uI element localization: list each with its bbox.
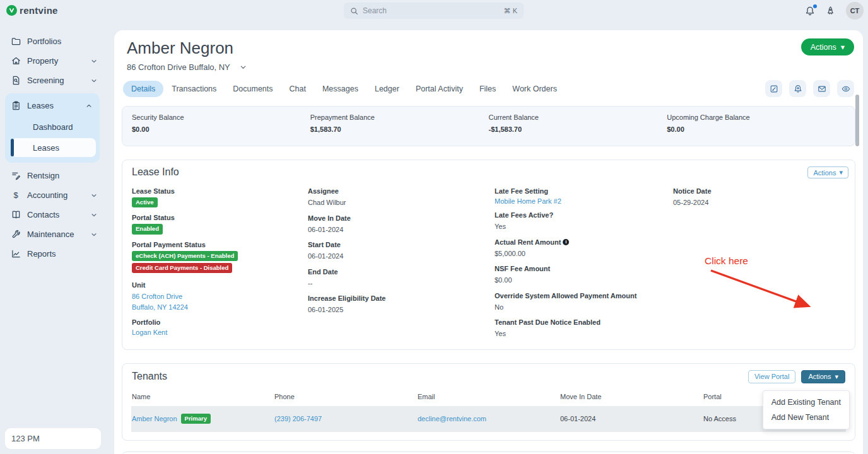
tab-ledger[interactable]: Ledger	[367, 81, 408, 97]
sidebar-subitem-label: Leases	[33, 143, 59, 153]
field-label: Increase Eligibility Date	[308, 294, 495, 302]
field-value: Yes	[495, 329, 673, 339]
late-fee-setting-link[interactable]: Mobile Home Park #2	[495, 197, 561, 205]
field-value: Chad Wilbur	[308, 197, 495, 208]
sidebar-item-label: Leases	[27, 101, 54, 110]
caret-down-icon: ▾	[839, 168, 843, 177]
balance-item: Current Balance -$1,583.70	[489, 114, 667, 133]
sidebar-item-contacts[interactable]: Contacts	[0, 205, 105, 224]
main-content: Amber Negron Actions ▾ 86 Crofton Drive …	[114, 30, 863, 454]
chevron-down-icon[interactable]	[240, 64, 247, 71]
field-label: Late Fees Active?	[495, 211, 673, 219]
sidebar-item-reports[interactable]: Reports	[0, 244, 105, 264]
tab-portal-activity[interactable]: Portal Activity	[408, 81, 471, 97]
rentvine-logo[interactable]: rentvine	[6, 5, 58, 16]
tenants-title: Tenants	[132, 371, 167, 382]
sidebar-item-portfolios[interactable]: Portfolios	[0, 32, 105, 51]
notifications-bell-icon[interactable]	[805, 6, 815, 16]
balance-label: Security Balance	[132, 114, 310, 121]
page-title: Amber Negron	[127, 38, 233, 58]
field-value: $0.00	[495, 275, 673, 286]
info-icon[interactable]: i	[563, 239, 569, 245]
tenants-table-header: Name Phone Email Move In Date Portal	[122, 383, 855, 406]
field-label: Override System Allowed Payment Amount	[495, 292, 673, 300]
portfolio-link[interactable]: Logan Kent	[132, 329, 167, 336]
sidebar-item-dashboard[interactable]: Dashboard	[11, 117, 96, 136]
status-badge: Credit Card Payments - Disabled	[132, 263, 232, 273]
tenant-phone-link[interactable]: (239) 206-7497	[274, 415, 418, 422]
column-header: Name	[132, 393, 274, 400]
tab-files[interactable]: Files	[471, 81, 504, 97]
tenant-row[interactable]: Amber Negron Primary (239) 206-7497 decl…	[131, 406, 846, 432]
balance-value: $0.00	[132, 125, 310, 133]
balance-value: -$1,583.70	[489, 125, 667, 133]
property-address[interactable]: 86 Crofton Drive Buffalo, NY	[127, 62, 855, 72]
signature-icon	[11, 171, 21, 180]
sidebar: Portfolios Property Screening Leases Das…	[0, 21, 105, 454]
field-value: 06-01-2024	[308, 224, 495, 235]
search-shortcut: ⌘ K	[504, 7, 517, 15]
note-edit-button[interactable]	[765, 80, 782, 97]
field-label: Portfolio	[132, 318, 308, 326]
field-label: Actual Rent Amount	[495, 238, 561, 246]
menu-item-add-existing-tenant[interactable]: Add Existing Tenant	[763, 395, 849, 410]
status-badge: Active	[132, 197, 158, 207]
tab-details[interactable]: Details	[123, 81, 163, 97]
tab-messages[interactable]: Messages	[314, 81, 367, 97]
global-search[interactable]: ⌘ K	[344, 3, 524, 19]
view-portal-button[interactable]: View Portal	[748, 370, 795, 383]
field-value: --	[308, 278, 495, 289]
sidebar-item-label: Property	[27, 56, 58, 66]
tenant-name-link[interactable]: Amber Negron	[132, 415, 177, 422]
sidebar-item-label: Accounting	[27, 190, 67, 200]
column-header: Email	[418, 393, 560, 400]
sidebar-item-leases[interactable]: Leases	[5, 96, 100, 115]
field-value: $5,000.00	[495, 248, 673, 259]
sidebar-item-accounting[interactable]: $ Accounting	[0, 185, 105, 205]
chevron-down-icon	[91, 58, 97, 64]
folder-icon	[11, 37, 21, 46]
page-actions-button[interactable]: Actions ▾	[801, 38, 854, 55]
menu-item-add-new-tenant[interactable]: Add New Tenant	[763, 410, 849, 425]
sidebar-item-label: Maintenance	[27, 230, 74, 239]
dollar-icon: $	[11, 190, 21, 200]
home-icon	[11, 56, 21, 66]
tenant-email-link[interactable]: decline@rentvine.com	[418, 415, 560, 422]
sidebar-item-rentsign[interactable]: Rentsign	[0, 166, 105, 185]
field-label: NSF Fee Amount	[495, 265, 673, 272]
field-value: Yes	[495, 221, 673, 232]
sidebar-item-screening[interactable]: Screening	[0, 71, 105, 90]
sidebar-footer-clock: 123 PM	[5, 428, 101, 449]
tenants-section: Tenants View Portal Actions ▾ Add Existi…	[122, 363, 855, 441]
tab-transactions[interactable]: Transactions	[163, 81, 225, 97]
rentvine-logo-icon	[6, 5, 17, 16]
balance-label: Upcoming Charge Balance	[667, 114, 845, 121]
bell-plus-button[interactable]	[789, 80, 806, 97]
actions-label: Actions	[813, 169, 836, 177]
balance-label: Current Balance	[489, 114, 667, 121]
rocket-icon[interactable]	[826, 6, 835, 16]
tenants-actions-button[interactable]: Actions ▾	[801, 370, 845, 383]
unit-link[interactable]: Buffalo, NY 14224	[132, 303, 188, 311]
vertical-scrollbar[interactable]	[855, 95, 859, 146]
notification-dot	[813, 4, 817, 8]
sidebar-item-leases-sub[interactable]: Leases	[11, 138, 96, 157]
tab-documents[interactable]: Documents	[225, 81, 281, 97]
field-label: Notice Date	[673, 187, 845, 195]
lease-info-actions-button[interactable]: Actions ▾	[807, 166, 848, 178]
sidebar-item-property[interactable]: Property	[0, 51, 105, 71]
search-input[interactable]	[363, 6, 500, 15]
tab-work-orders[interactable]: Work Orders	[504, 81, 565, 97]
tab-chat[interactable]: Chat	[281, 81, 314, 97]
chevron-down-icon	[91, 192, 97, 199]
user-avatar[interactable]: CT	[846, 2, 864, 20]
tenants-actions-menu: Add Existing Tenant Add New Tenant	[763, 390, 850, 429]
envelope-button[interactable]	[813, 80, 830, 97]
unit-link[interactable]: 86 Crofton Drive	[132, 293, 182, 300]
eye-button[interactable]	[837, 80, 854, 97]
annotation-click-here: Click here	[705, 255, 748, 267]
sidebar-item-maintenance[interactable]: Maintenance	[0, 224, 105, 244]
search-icon	[350, 7, 358, 15]
wrench-icon	[11, 230, 21, 239]
chevron-down-icon	[91, 231, 97, 238]
